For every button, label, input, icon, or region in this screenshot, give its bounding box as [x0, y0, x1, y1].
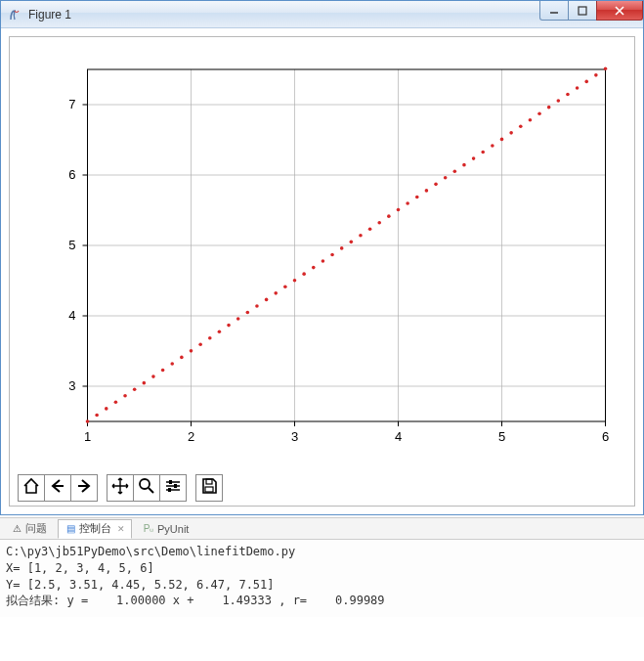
svg-text:3: 3 [68, 378, 75, 393]
svg-point-54 [236, 317, 240, 321]
svg-point-90 [576, 86, 580, 90]
console-output[interactable]: C:\py3\jb51PyDemo\src\Demo\linefitDemo.p… [0, 540, 644, 617]
svg-point-39 [95, 414, 99, 418]
svg-point-72 [406, 201, 409, 205]
svg-point-61 [302, 272, 306, 276]
svg-point-63 [322, 259, 325, 263]
svg-rect-101 [168, 488, 171, 492]
pyunit-icon: Pᵤ [143, 523, 154, 535]
svg-point-68 [368, 227, 372, 231]
console-path: C:\py3\jb51PyDemo\src\Demo\linefitDemo.p… [6, 545, 295, 558]
tab-pyunit[interactable]: Pᵤ PyUnit [136, 519, 195, 539]
svg-rect-99 [169, 480, 172, 484]
svg-point-79 [472, 156, 476, 160]
svg-text:1: 1 [84, 429, 91, 444]
svg-point-92 [594, 73, 598, 77]
close-icon[interactable]: ✕ [117, 524, 125, 534]
svg-text:4: 4 [395, 429, 402, 444]
tab-console[interactable]: ▤ 控制台 ✕ [58, 519, 132, 539]
svg-text:4: 4 [68, 308, 75, 323]
console-icon: ▤ [64, 523, 76, 535]
home-button[interactable] [18, 474, 45, 502]
svg-point-77 [453, 169, 457, 173]
pan-button[interactable] [107, 474, 134, 502]
svg-rect-1 [579, 7, 586, 15]
svg-point-88 [557, 99, 561, 103]
svg-point-59 [283, 285, 287, 288]
svg-point-56 [255, 304, 259, 308]
zoom-button[interactable] [133, 474, 160, 502]
svg-point-67 [359, 234, 363, 238]
console-line-x: X= [1, 2, 3, 4, 5, 6] [6, 561, 154, 575]
svg-point-46 [161, 369, 165, 373]
svg-point-45 [151, 375, 155, 378]
save-icon [200, 477, 218, 499]
warning-icon: ⚠ [11, 523, 22, 535]
svg-point-70 [387, 214, 391, 218]
console-line-y: Y= [2.5, 3.51, 4.45, 5.52, 6.47, 7.51] [6, 578, 275, 592]
configure-button[interactable] [159, 474, 187, 502]
svg-point-69 [377, 221, 381, 225]
matplotlib-toolbar [18, 474, 626, 502]
svg-point-89 [566, 93, 570, 97]
svg-point-60 [293, 279, 297, 283]
svg-text:3: 3 [291, 429, 298, 444]
svg-text:6: 6 [68, 167, 75, 182]
svg-point-86 [537, 111, 541, 115]
svg-point-51 [208, 336, 212, 340]
svg-point-66 [350, 241, 354, 244]
plot-area: 12345634567 [18, 45, 626, 465]
tab-problems[interactable]: ⚠ 问题 [4, 519, 54, 539]
svg-point-47 [170, 362, 174, 366]
save-button[interactable] [195, 474, 223, 502]
svg-point-74 [425, 189, 429, 193]
tab-problems-label: 问题 [25, 521, 47, 536]
svg-text:2: 2 [188, 429, 194, 444]
svg-text:6: 6 [602, 429, 609, 444]
window-buttons [539, 1, 643, 21]
forward-button[interactable] [70, 474, 98, 502]
svg-point-49 [190, 349, 193, 353]
figure-canvas: 12345634567 [9, 36, 635, 507]
close-button[interactable] [596, 1, 643, 21]
tab-pyunit-label: PyUnit [157, 523, 189, 535]
svg-point-57 [265, 298, 269, 302]
svg-point-40 [105, 407, 108, 411]
svg-point-50 [198, 342, 202, 346]
maximize-button[interactable] [568, 1, 597, 21]
svg-point-84 [519, 125, 523, 129]
svg-point-93 [604, 66, 608, 70]
figure-window: Figure 1 12345634567 [0, 0, 644, 515]
arrow-left-icon [49, 477, 66, 499]
svg-point-43 [133, 387, 137, 391]
svg-point-53 [227, 324, 231, 328]
console-line-fit: 拟合结果: y = 1.00000 x + 1.49333 , r= 0.999… [6, 594, 385, 607]
svg-rect-103 [205, 487, 213, 492]
zoom-icon [138, 477, 155, 499]
svg-point-58 [274, 291, 278, 295]
svg-point-64 [330, 253, 334, 257]
svg-point-85 [529, 118, 533, 122]
svg-rect-100 [174, 484, 177, 488]
svg-point-55 [246, 311, 250, 315]
client-area: 12345634567 [1, 28, 643, 514]
svg-point-87 [547, 106, 551, 110]
svg-point-76 [444, 176, 448, 180]
svg-text:5: 5 [498, 429, 505, 444]
arrow-right-icon [75, 477, 93, 499]
back-button[interactable] [44, 474, 71, 502]
titlebar[interactable]: Figure 1 [1, 1, 643, 28]
svg-point-82 [500, 138, 504, 142]
console-tabs: ⚠ 问题 ▤ 控制台 ✕ Pᵤ PyUnit [0, 518, 644, 540]
move-icon [111, 477, 129, 499]
minimize-button[interactable] [539, 1, 569, 21]
svg-point-65 [340, 246, 344, 250]
svg-text:7: 7 [68, 97, 75, 111]
console-panel: ⚠ 问题 ▤ 控制台 ✕ Pᵤ PyUnit C:\py3\jb51PyDemo… [0, 517, 644, 617]
svg-point-71 [397, 208, 401, 212]
svg-point-78 [462, 163, 466, 167]
svg-point-91 [584, 80, 588, 84]
svg-point-48 [180, 356, 184, 360]
svg-line-95 [149, 488, 153, 493]
svg-point-73 [415, 196, 419, 199]
